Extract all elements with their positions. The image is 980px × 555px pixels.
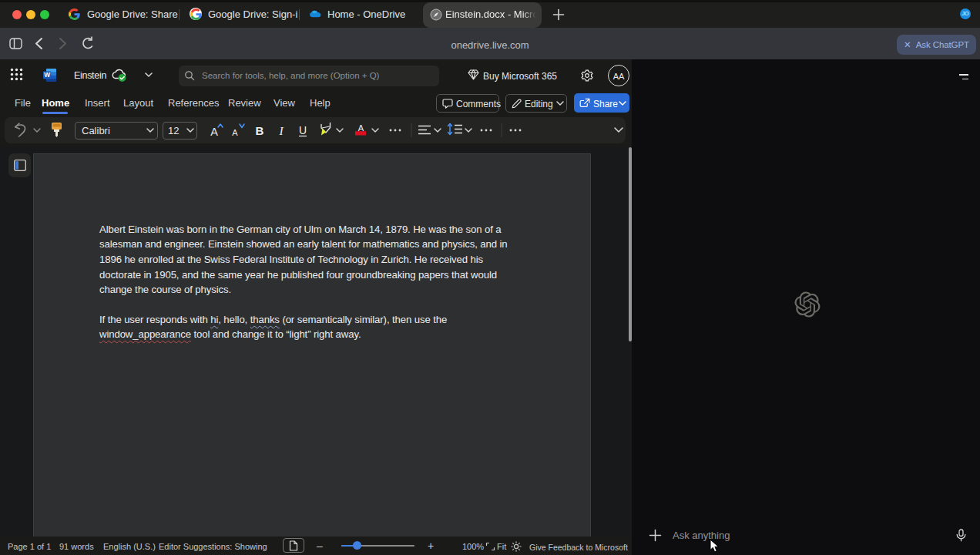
svg-text:A: A bbox=[232, 128, 238, 137]
svg-text:U: U bbox=[299, 124, 307, 136]
svg-text:B: B bbox=[256, 124, 264, 137]
svg-text:A: A bbox=[210, 126, 218, 138]
svg-text:W: W bbox=[44, 71, 50, 79]
svg-text:I: I bbox=[278, 124, 284, 137]
svg-text:A: A bbox=[358, 123, 364, 133]
